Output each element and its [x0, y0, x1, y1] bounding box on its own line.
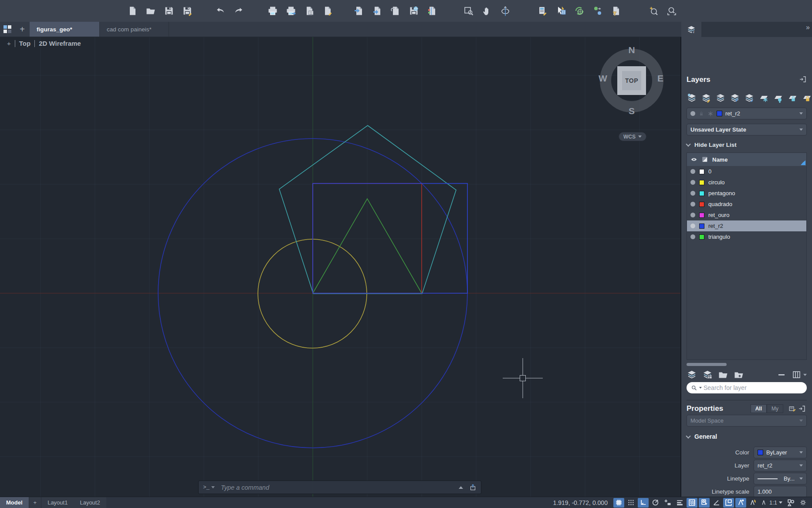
window-layout-icon[interactable]	[0, 22, 15, 37]
layer-status-icon[interactable]	[690, 213, 695, 217]
purge-button[interactable]	[610, 5, 622, 17]
layer-row-ret-r2[interactable]: ret_r2	[687, 220, 806, 231]
command-input[interactable]: Type a command	[221, 484, 459, 491]
drawing-canvas[interactable]: + Top 2D Wireframe N S W E TOP WCS >_	[0, 37, 681, 497]
customization-gear-button[interactable]	[798, 498, 809, 508]
current-layer-dropdown[interactable]: ret_r2	[687, 108, 807, 119]
columns-button[interactable]	[792, 369, 807, 380]
layer-lock-button[interactable]	[787, 92, 798, 103]
properties-pin-button[interactable]	[797, 404, 807, 413]
model-tab[interactable]: Model	[0, 497, 29, 508]
layout1-tab[interactable]: Layout1	[41, 497, 74, 508]
new-file-button[interactable]	[126, 5, 139, 17]
layer-status-icon[interactable]	[690, 202, 695, 207]
crosshair-pickbox[interactable]	[520, 376, 526, 381]
properties-edit-button[interactable]	[788, 404, 797, 413]
open-file-button[interactable]	[145, 5, 157, 17]
new-tab-button[interactable]: +	[15, 22, 30, 37]
viewport-style-control[interactable]: 2D Wireframe	[39, 40, 81, 47]
lineweight-display-toggle[interactable]	[674, 498, 685, 508]
quick-select-button[interactable]	[555, 5, 567, 17]
drawing-geometry[interactable]	[0, 37, 681, 497]
export-button[interactable]	[371, 5, 383, 17]
polar-tracking-toggle[interactable]	[650, 498, 661, 508]
palette-overflow-button[interactable]: »	[806, 24, 809, 31]
new-group-filter-button[interactable]	[718, 369, 728, 380]
layer-state-dropdown[interactable]: Unsaved Layer State	[687, 124, 807, 135]
drawing-compare-button[interactable]	[426, 5, 438, 17]
layer-list-header[interactable]: Name	[687, 153, 806, 166]
layer-status-icon[interactable]	[690, 169, 695, 174]
linetype-dropdown[interactable]: By...	[754, 473, 807, 484]
layer-status-icon[interactable]	[690, 234, 695, 239]
share-icon[interactable]	[469, 484, 477, 491]
view-cube-east[interactable]: E	[654, 73, 667, 84]
attach-reference-button[interactable]	[389, 5, 402, 17]
view-cube[interactable]: N S W E TOP	[595, 44, 668, 117]
layer-color-swatch[interactable]	[699, 213, 704, 218]
color-dropdown[interactable]: ByLayer	[754, 447, 807, 458]
render-region-button[interactable]	[647, 5, 660, 17]
selection-cycling-toggle[interactable]	[699, 498, 710, 508]
layer-walk-button[interactable]	[687, 92, 697, 103]
layer-row-quadrado[interactable]: quadrado	[687, 199, 806, 210]
annotation-visibility-toggle[interactable]	[735, 498, 746, 508]
view-cube-west[interactable]: W	[596, 73, 609, 84]
new-layer-button[interactable]	[687, 369, 697, 380]
dynamic-input-toggle[interactable]	[723, 498, 734, 508]
layer-color-swatch[interactable]	[699, 180, 704, 185]
search-input[interactable]	[704, 384, 802, 391]
update-fields-button[interactable]	[573, 5, 585, 17]
layer-dropdown[interactable]: ret_r2	[754, 460, 807, 471]
layer-previous-button[interactable]	[715, 92, 726, 103]
new-layer-vp-button[interactable]	[702, 369, 713, 380]
ortho-mode-toggle[interactable]	[638, 498, 649, 508]
command-history-caret[interactable]	[211, 486, 215, 490]
layer-row-0[interactable]: 0	[687, 166, 806, 177]
layer-status-icon[interactable]	[690, 191, 695, 196]
space-dropdown[interactable]: Model Space	[687, 415, 807, 427]
transparency-display-toggle[interactable]	[687, 498, 697, 508]
view-cube-south[interactable]: S	[625, 106, 638, 116]
workspace-switching-button[interactable]	[785, 498, 796, 508]
undo-button[interactable]	[214, 5, 227, 17]
layer-status-icon[interactable]	[690, 224, 695, 228]
tab-cad-com-paineis[interactable]: cad com paineis*	[99, 22, 169, 37]
delete-layer-button[interactable]	[776, 369, 787, 380]
wcs-dropdown[interactable]: WCS	[619, 132, 646, 141]
save-as-button[interactable]	[181, 5, 193, 17]
layers-panel-pin-button[interactable]	[799, 75, 807, 85]
tool-properties-button[interactable]	[537, 5, 549, 17]
layers-palette-tab[interactable]: i	[681, 22, 701, 37]
viewport-plus-control[interactable]: +	[7, 40, 11, 47]
layer-color-swatch[interactable]	[699, 224, 704, 229]
hide-layer-list-toggle[interactable]: Hide Layer List	[687, 142, 807, 148]
page-setup-button[interactable]	[303, 5, 315, 17]
tab-figuras-geo[interactable]: figuras_geo*	[30, 22, 99, 37]
layer-change-button[interactable]	[744, 92, 754, 103]
layer-unlock-button[interactable]	[802, 92, 812, 103]
command-bar[interactable]: >_ Type a command	[198, 481, 481, 494]
layout2-tab[interactable]: Layout2	[74, 497, 106, 508]
layer-row-ret-ouro[interactable]: ret_ouro	[687, 210, 806, 220]
layer-row-triangulo[interactable]: triangulo	[687, 231, 806, 242]
layer-color-swatch[interactable]	[699, 202, 704, 207]
save-to-web-button[interactable]	[408, 5, 420, 17]
layer-row-pentagono[interactable]: pentagono	[687, 188, 806, 199]
view-cube-north[interactable]: N	[625, 45, 638, 55]
linetype-scale-input[interactable]: 1.000	[754, 486, 807, 498]
viewport-view-control[interactable]: Top	[19, 40, 30, 47]
export-pdf-button[interactable]	[285, 5, 297, 17]
drawing-pentagon[interactable]	[279, 125, 456, 294]
print-button[interactable]	[267, 5, 279, 17]
layer-row-circulo[interactable]: circulo	[687, 177, 806, 188]
properties-filter-all[interactable]: All	[751, 404, 767, 413]
layer-search[interactable]	[687, 382, 807, 393]
plot-style-button[interactable]	[321, 5, 334, 17]
object-snap-tracking-toggle[interactable]	[662, 498, 673, 508]
snap-mode-toggle[interactable]	[626, 498, 636, 508]
annotation-autoscale-toggle[interactable]	[748, 498, 758, 508]
command-expand-icon[interactable]	[459, 484, 463, 489]
grid-display-toggle[interactable]	[613, 498, 624, 508]
layer-color-swatch[interactable]	[699, 234, 704, 240]
